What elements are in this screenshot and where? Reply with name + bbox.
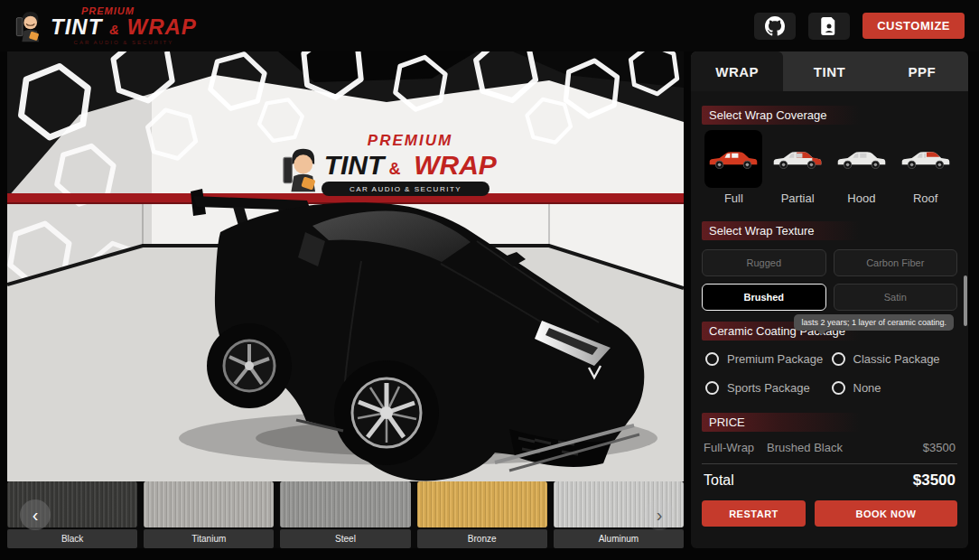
swatch-label: Black — [7, 529, 137, 548]
coverage-option-label: Roof — [913, 191, 937, 205]
config-sidebar: WRAP TINT PPF Select Wrap Coverage Full — [691, 51, 968, 548]
tab-tint[interactable]: TINT — [783, 51, 875, 91]
swatch-titanium[interactable]: Titanium — [144, 481, 274, 548]
coverage-option-full[interactable]: Full — [702, 130, 766, 205]
texture-option-rugged[interactable]: Rugged — [702, 249, 826, 276]
swatch-steel[interactable]: Steel — [280, 481, 410, 548]
github-button[interactable] — [754, 13, 796, 40]
price-section-title: PRICE — [702, 413, 957, 432]
coverage-option-label: Full — [724, 191, 743, 205]
car-viewer: PREMIUM TINT & WRAP CAR AUDIO & SECURITY — [7, 51, 684, 548]
coverage-option-partial[interactable]: Partial — [766, 130, 830, 205]
github-icon — [765, 16, 785, 36]
texture-options: Rugged Carbon Fiber Brushed Satin — [702, 249, 957, 311]
radio-circle — [705, 352, 719, 366]
swatch-label: Aluminum — [554, 529, 684, 548]
total-row: Total $3500 — [702, 471, 957, 490]
logo-tagline: CAR AUDIO & SECURITY — [51, 40, 197, 45]
swatch-label: Bronze — [417, 529, 547, 548]
ceramic-section: Ceramic Coating Package lasts 2 years; 1… — [702, 322, 957, 395]
car-3d-canvas[interactable]: PREMIUM TINT & WRAP CAR AUDIO & SECURITY — [7, 51, 684, 481]
chevron-right-icon[interactable]: › — [644, 499, 675, 530]
chevron-left-icon[interactable]: ‹ — [20, 499, 51, 530]
texture-section-title: Select Wrap Texture — [702, 221, 957, 240]
svg-text:TINT: TINT — [324, 150, 387, 180]
tab-ppf[interactable]: PPF — [876, 51, 968, 91]
radio-premium-package[interactable]: Premium Package — [705, 352, 832, 366]
sidebar-scrollbar[interactable] — [964, 275, 967, 326]
radio-circle — [705, 381, 719, 395]
coverage-options: Full Partial — [702, 130, 957, 205]
coverage-option-hood[interactable]: Hood — [830, 130, 894, 205]
radio-classic-package[interactable]: Classic Package — [832, 352, 958, 366]
coverage-option-label: Partial — [781, 191, 815, 205]
tab-wrap[interactable]: WRAP — [691, 51, 783, 91]
texture-option-satin[interactable]: Satin — [834, 284, 958, 311]
app-logo[interactable]: PREMIUM TINT & WRAP CAR AUDIO & SECURITY — [14, 6, 197, 45]
radio-circle — [832, 352, 845, 366]
swatch-label: Steel — [280, 529, 410, 548]
coverage-option-label: Hood — [847, 191, 875, 205]
radio-circle — [832, 381, 845, 395]
total-label: Total — [704, 472, 734, 489]
radio-sports-package[interactable]: Sports Package — [705, 381, 832, 395]
document-icon — [821, 17, 837, 35]
logo-wrap: WRAP — [127, 14, 197, 39]
tab-bar: WRAP TINT PPF — [691, 51, 968, 91]
texture-option-brushed[interactable]: Brushed — [702, 284, 826, 311]
radio-none[interactable]: None — [832, 381, 958, 395]
swatch-texture — [280, 481, 410, 527]
svg-text:CAR AUDIO & SECURITY: CAR AUDIO & SECURITY — [350, 185, 462, 193]
car-hood-icon — [835, 147, 888, 171]
resume-button[interactable] — [808, 13, 850, 40]
ceramic-tooltip: lasts 2 years; 1 layer of ceramic coatin… — [794, 314, 954, 331]
action-buttons: RESTART BOOK NOW — [702, 500, 957, 527]
color-carousel: ‹ Black Titanium Steel Bronze Aluminum › — [7, 481, 684, 548]
svg-text:PREMIUM: PREMIUM — [368, 132, 452, 149]
logo-tint: TINT — [51, 14, 102, 39]
coverage-option-roof[interactable]: Roof — [893, 130, 957, 205]
logo-amp: & — [109, 22, 120, 37]
svg-text:&: & — [389, 160, 401, 178]
customize-button[interactable]: CUSTOMIZE — [862, 13, 965, 39]
logo-text: PREMIUM TINT & WRAP CAR AUDIO & SECURITY — [51, 6, 197, 45]
total-amount: $3500 — [913, 471, 956, 490]
app-header: PREMIUM TINT & WRAP CAR AUDIO & SECURITY… — [0, 0, 979, 51]
price-item-detail: Brushed Black — [767, 441, 843, 454]
texture-option-carbon-fiber[interactable]: Carbon Fiber — [834, 249, 958, 276]
car-full-icon — [707, 147, 760, 171]
price-line-item: Full-Wrap Brushed Black $3500 — [702, 441, 957, 454]
swatch-label: Titanium — [144, 529, 274, 548]
car-partial-icon — [771, 147, 824, 171]
price-item-name: Full-Wrap — [704, 441, 754, 454]
book-now-button[interactable]: BOOK NOW — [815, 500, 957, 527]
swatch-texture — [417, 481, 547, 527]
coverage-section-title: Select Wrap Coverage — [702, 106, 957, 125]
swatch-texture — [144, 481, 274, 527]
divider — [702, 463, 957, 464]
swatch-bronze[interactable]: Bronze — [417, 481, 547, 548]
ceramic-options: Premium Package Classic Package Sports P… — [702, 352, 957, 395]
svg-text:WRAP: WRAP — [414, 150, 498, 180]
car-roof-icon — [900, 147, 952, 171]
restart-button[interactable]: RESTART — [702, 500, 806, 527]
header-actions: CUSTOMIZE — [754, 13, 965, 40]
price-item-amount: $3500 — [923, 441, 956, 454]
mascot-icon — [14, 8, 45, 44]
